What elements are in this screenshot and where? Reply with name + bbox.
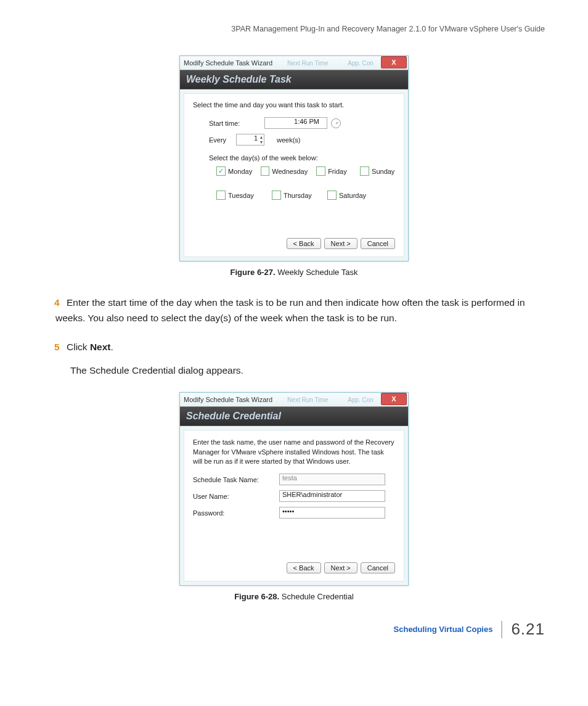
spinner-icon[interactable]: ▴▾ [258,135,264,145]
checkbox-wed[interactable] [261,166,269,176]
start-time-label: Start time: [209,120,264,127]
titlebar-faint1: Next Run Time [287,60,328,67]
day-wed: Wednesday [272,168,308,175]
titlebar-faint2: App. Con [348,396,374,403]
figure1-caption: Figure 6-27. Weekly Schedule Task [49,268,539,277]
next-button[interactable]: Next > [324,238,357,249]
figure2-caption: Figure 6-28. Schedule Credential [49,592,539,601]
checkbox-thu[interactable] [272,191,281,200]
close-icon[interactable]: X [381,393,407,405]
intro-text: Enter the task name, the user name and p… [193,438,395,466]
doc-header: 3PAR Management Plug-In and Recovery Man… [49,25,545,33]
titlebar-faint2: App. Con [348,60,374,67]
footer-sep [501,621,502,638]
checkbox-sat[interactable] [327,191,337,200]
dialog-titlebar: Modify Schedule Task Wizard Next Run Tim… [180,393,408,406]
cancel-button[interactable]: Cancel [361,238,395,249]
every-label: Every [209,136,236,144]
next-button[interactable]: Next > [324,562,357,573]
checkbox-tue[interactable] [216,191,226,200]
step-4: 4Enter the start time of the day when th… [55,295,539,326]
page-number: 6.21 [511,620,545,639]
day-tue: Tuesday [228,192,254,199]
password-input[interactable]: ••••• [279,507,385,519]
footer-section: Scheduling Virtual Copies [394,625,493,634]
step-5-sub: The Schedule Credential dialog appears. [70,363,539,379]
cancel-button[interactable]: Cancel [361,562,395,573]
step-5: 5Click Next. The Schedule Credential dia… [55,340,539,379]
close-icon[interactable]: X [381,56,407,68]
day-thu: Thursday [284,192,312,199]
back-button[interactable]: < Back [287,238,321,249]
day-sat: Saturday [339,192,366,199]
titlebar-faint1: Next Run Time [287,396,328,403]
day-fri: Friday [328,168,347,175]
checkbox-mon[interactable]: ✓ [216,166,226,176]
username-input[interactable]: SHER\administrator [279,490,385,502]
checkbox-fri[interactable] [316,166,325,176]
password-label: Password: [193,509,279,517]
start-time-input[interactable]: 1:46 PM [264,117,327,129]
back-button[interactable]: < Back [287,562,321,573]
schedule-credential-dialog: Modify Schedule Task Wizard Next Run Tim… [179,392,409,586]
username-label: User Name: [193,493,279,500]
checkbox-sun[interactable] [360,166,369,176]
dialog-banner: Schedule Credential [180,406,408,426]
titlebar-text: Modify Schedule Task Wizard [184,396,272,403]
titlebar-text: Modify Schedule Task Wizard [184,59,272,67]
weekly-schedule-dialog: Modify Schedule Task Wizard Next Run Tim… [179,55,409,261]
taskname-label: Schedule Task Name: [193,476,279,483]
taskname-input[interactable]: testa [279,474,385,485]
day-mon: Monday [228,168,252,175]
every-unit: week(s) [277,136,301,144]
intro-text: Select the time and day you want this ta… [193,101,395,109]
dialog-banner: Weekly Schedule Task [180,70,408,89]
day-sun: Sunday [372,168,394,175]
dialog-titlebar: Modify Schedule Task Wizard Next Run Tim… [180,56,408,70]
clock-icon [331,118,341,128]
days-label: Select the day(s) of the week below: [209,154,395,162]
